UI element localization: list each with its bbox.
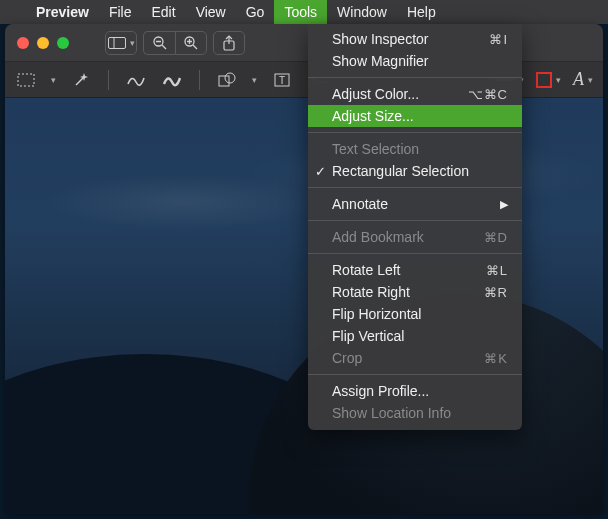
menu-item-label: Show Magnifier: [332, 53, 508, 69]
sketch-tool-button[interactable]: [125, 69, 147, 91]
menu-go[interactable]: Go: [236, 0, 275, 24]
chevron-down-icon: ▾: [588, 75, 593, 85]
sketch-icon: [126, 72, 146, 88]
zoom-in-icon: [183, 35, 199, 51]
menu-item-label: Rectangular Selection: [332, 163, 508, 179]
chevron-down-icon: ▾: [252, 75, 257, 85]
menu-item[interactable]: Flip Vertical: [308, 325, 522, 347]
menu-item-shortcut: ⌘D: [484, 230, 508, 245]
menu-item[interactable]: Show Inspector⌘I: [308, 28, 522, 50]
menu-item-label: Add Bookmark: [332, 229, 484, 245]
app-menu[interactable]: Preview: [26, 0, 99, 24]
zoom-in-button[interactable]: [175, 31, 207, 55]
svg-rect-13: [219, 76, 229, 86]
share-icon: [222, 35, 236, 51]
menu-item-label: Flip Vertical: [332, 328, 508, 344]
menu-item-shortcut: ⌥⌘C: [468, 87, 508, 102]
checkmark-icon: ✓: [315, 164, 326, 179]
selection-tool-button[interactable]: [15, 69, 37, 91]
menu-separator: [308, 220, 522, 221]
tools-menu-panel: Show Inspector⌘IShow MagnifierAdjust Col…: [308, 24, 522, 430]
menu-item: Add Bookmark⌘D: [308, 226, 522, 248]
menu-item[interactable]: ✓Rectangular Selection: [308, 160, 522, 182]
menu-item-label: Show Inspector: [332, 31, 489, 47]
menu-item-shortcut: ⌘K: [484, 351, 508, 366]
menu-item-label: Annotate: [332, 196, 500, 212]
menu-item[interactable]: Rotate Right⌘R: [308, 281, 522, 303]
menu-item[interactable]: Adjust Size...: [308, 105, 522, 127]
svg-rect-0: [108, 37, 125, 48]
menu-item-label: Rotate Right: [332, 284, 484, 300]
menu-item[interactable]: Flip Horizontal: [308, 303, 522, 325]
draw-icon: [162, 72, 182, 88]
menu-item-shortcut: ⌘I: [489, 32, 508, 47]
svg-point-14: [225, 73, 235, 83]
chevron-down-icon: ▾: [556, 75, 561, 85]
instant-alpha-button[interactable]: [70, 69, 92, 91]
font-icon: A: [573, 69, 584, 90]
menu-item[interactable]: Adjust Color...⌥⌘C: [308, 83, 522, 105]
menu-separator: [308, 374, 522, 375]
text-style-button[interactable]: A ▾: [573, 69, 593, 90]
border-color-button[interactable]: ▾: [536, 72, 561, 88]
zoom-window-button[interactable]: [57, 37, 69, 49]
close-window-button[interactable]: [17, 37, 29, 49]
menu-item-label: Assign Profile...: [332, 383, 508, 399]
menu-item-label: Adjust Color...: [332, 86, 468, 102]
menu-item-label: Rotate Left: [332, 262, 486, 278]
menu-item[interactable]: Assign Profile...: [308, 380, 522, 402]
menu-file[interactable]: File: [99, 0, 142, 24]
svg-line-6: [193, 45, 197, 49]
menu-separator: [308, 187, 522, 188]
menu-item-label: Crop: [332, 350, 484, 366]
menu-item[interactable]: Rotate Left⌘L: [308, 259, 522, 281]
system-menubar: Preview File Edit View Go Tools Window H…: [0, 0, 608, 24]
svg-line-3: [162, 45, 166, 49]
menu-tools[interactable]: Tools: [274, 0, 327, 24]
svg-text:T: T: [279, 75, 285, 86]
menu-item-label: Text Selection: [332, 141, 508, 157]
text-tool-button[interactable]: T: [271, 69, 293, 91]
menu-item: Crop⌘K: [308, 347, 522, 369]
magic-wand-icon: [72, 71, 90, 89]
menu-window[interactable]: Window: [327, 0, 397, 24]
menu-edit[interactable]: Edit: [142, 0, 186, 24]
zoom-buttons: [143, 31, 207, 55]
window-controls: [13, 37, 75, 49]
zoom-out-icon: [152, 35, 168, 51]
share-button[interactable]: [213, 31, 245, 55]
svg-rect-11: [18, 74, 34, 86]
submenu-arrow-icon: ▶: [500, 198, 508, 211]
zoom-out-button[interactable]: [143, 31, 175, 55]
menu-item[interactable]: Annotate▶: [308, 193, 522, 215]
text-box-icon: T: [274, 72, 290, 88]
menu-item[interactable]: Show Magnifier: [308, 50, 522, 72]
menu-view[interactable]: View: [186, 0, 236, 24]
draw-tool-button[interactable]: [161, 69, 183, 91]
menu-separator: [308, 132, 522, 133]
minimize-window-button[interactable]: [37, 37, 49, 49]
menu-item: Show Location Info: [308, 402, 522, 424]
shapes-tool-button[interactable]: [216, 69, 238, 91]
menu-item-label: Adjust Size...: [332, 108, 508, 124]
menu-item-label: Flip Horizontal: [332, 306, 508, 322]
menu-item-shortcut: ⌘R: [484, 285, 508, 300]
svg-line-12: [76, 77, 84, 85]
chevron-down-icon: ▾: [130, 38, 135, 48]
menu-item-label: Show Location Info: [332, 405, 508, 421]
menu-separator: [308, 77, 522, 78]
chevron-down-icon: ▾: [51, 75, 56, 85]
sidebar-icon: [108, 37, 126, 49]
menu-item-shortcut: ⌘L: [486, 263, 508, 278]
menu-help[interactable]: Help: [397, 0, 446, 24]
color-swatch-icon: [536, 72, 552, 88]
shapes-icon: [218, 72, 236, 88]
sidebar-view-button[interactable]: ▾: [105, 31, 137, 55]
selection-rect-icon: [17, 73, 35, 87]
menu-separator: [308, 253, 522, 254]
menu-item: Text Selection: [308, 138, 522, 160]
